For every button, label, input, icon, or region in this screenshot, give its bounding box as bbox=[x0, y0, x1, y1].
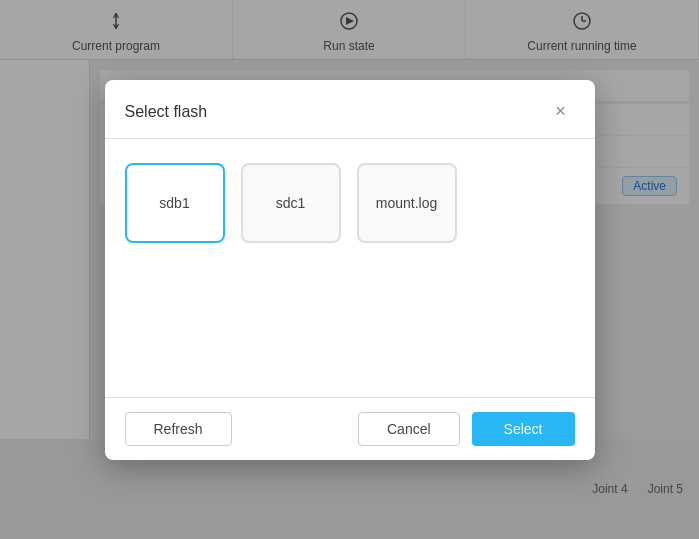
select-flash-dialog: Select flash × sdb1 sdc1 mount.log Refre… bbox=[105, 80, 595, 460]
modal-body: sdb1 sdc1 mount.log bbox=[105, 139, 595, 397]
flash-item-sdc1[interactable]: sdc1 bbox=[241, 163, 341, 243]
flash-item-mount-log[interactable]: mount.log bbox=[357, 163, 457, 243]
modal-footer: Refresh Cancel Select bbox=[105, 397, 595, 460]
modal-header: Select flash × bbox=[105, 80, 595, 139]
select-button[interactable]: Select bbox=[472, 412, 575, 446]
flash-item-sdc1-label: sdc1 bbox=[276, 195, 306, 211]
flash-item-sdb1-label: sdb1 bbox=[159, 195, 189, 211]
footer-right-buttons: Cancel Select bbox=[358, 412, 575, 446]
modal-title: Select flash bbox=[125, 103, 208, 121]
cancel-button[interactable]: Cancel bbox=[358, 412, 460, 446]
flash-item-mount-log-label: mount.log bbox=[376, 195, 437, 211]
flash-item-sdb1[interactable]: sdb1 bbox=[125, 163, 225, 243]
modal-overlay: Select flash × sdb1 sdc1 mount.log Refre… bbox=[0, 0, 699, 539]
refresh-button[interactable]: Refresh bbox=[125, 412, 232, 446]
close-button[interactable]: × bbox=[547, 98, 575, 126]
